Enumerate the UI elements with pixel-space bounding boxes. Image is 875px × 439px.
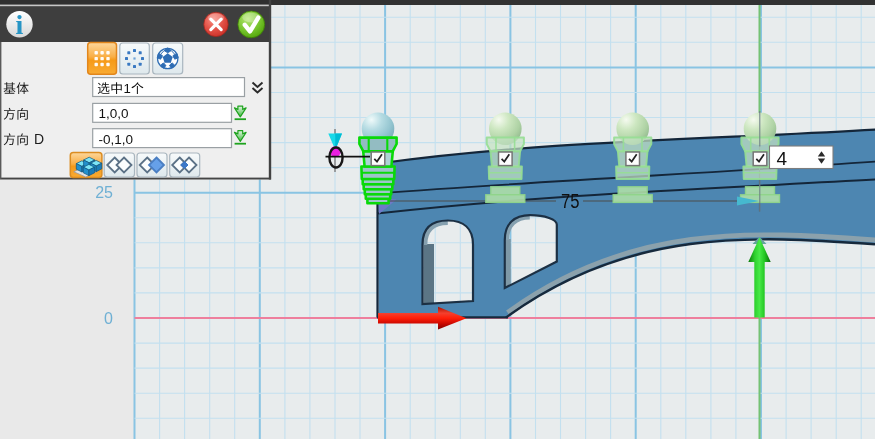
- svg-text:i: i: [16, 9, 24, 40]
- svg-text:1,0,0: 1,0,0: [99, 106, 129, 121]
- svg-text:-0,1,0: -0,1,0: [99, 132, 134, 147]
- svg-text:25: 25: [95, 184, 113, 201]
- svg-text:4: 4: [777, 148, 788, 169]
- svg-text:75: 75: [561, 190, 580, 212]
- svg-text:1: 1: [124, 81, 131, 96]
- svg-text:D: D: [34, 131, 44, 147]
- svg-text:0: 0: [104, 310, 113, 327]
